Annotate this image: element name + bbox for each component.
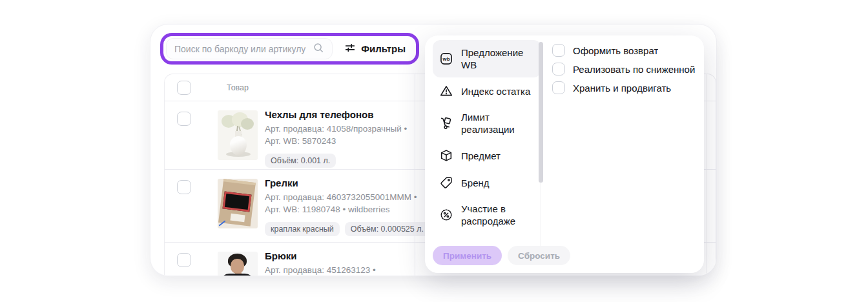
- menu-item-subject[interactable]: Предмет: [433, 142, 541, 169]
- menu-item-label: Предмет: [461, 150, 501, 162]
- sliders-icon: [344, 42, 356, 55]
- menu-item-brand[interactable]: Бренд: [433, 169, 541, 196]
- option-process-return[interactable]: Оформить возврат: [552, 44, 698, 57]
- filters-button-label: Фильтры: [361, 43, 406, 54]
- percent-badge-icon: [439, 208, 453, 222]
- menu-item-label: Индекс остатка: [461, 85, 530, 97]
- search-filters-highlight: Поиск по баркоду или артикулу Фильтры: [160, 33, 419, 65]
- filters-menu: wb Предложение WB Индекс остатка Лимит р…: [433, 40, 541, 234]
- menu-item-sale-limit[interactable]: Лимит реализации: [433, 105, 541, 142]
- menu-item-stock-index[interactable]: Индекс остатка: [433, 77, 541, 105]
- price-tag-icon: [439, 176, 453, 190]
- hand-truck-icon: [439, 116, 453, 130]
- option-checkbox[interactable]: [552, 63, 565, 76]
- filter-options: Оформить возврат Реализовать по сниженно…: [552, 44, 698, 100]
- product-info: Грелки Арт. продавца: 4603732055001МММ •…: [265, 177, 413, 236]
- product-info: Чехлы для телефонов Арт. продавца: 41058…: [265, 109, 413, 168]
- volume-badge: Объём: 0.001 л.: [265, 154, 336, 168]
- menu-item-sale-participation[interactable]: Участие в распродаже: [433, 196, 541, 234]
- option-label: Оформить возврат: [573, 45, 658, 56]
- option-checkbox[interactable]: [552, 81, 565, 94]
- row-checkbox[interactable]: [177, 180, 191, 194]
- option-label: Реализовать по сниженной ...: [573, 64, 698, 75]
- product-title: Брюки: [265, 250, 413, 261]
- option-store-promote[interactable]: Хранить и продвигать: [552, 81, 698, 94]
- option-sell-reduced[interactable]: Реализовать по сниженной ...: [552, 63, 698, 76]
- wb-logo-icon: wb: [439, 52, 453, 66]
- product-photo: [218, 110, 258, 160]
- wb-article: Арт. WB: 5870243: [265, 135, 413, 147]
- product-title: Грелки: [265, 177, 413, 188]
- row-checkbox[interactable]: [177, 253, 191, 267]
- search-placeholder: Поиск по баркоду или артикулу: [174, 44, 305, 54]
- popup-scrollbar[interactable]: [539, 42, 543, 268]
- apply-button[interactable]: Применить: [433, 246, 502, 265]
- menu-item-label: Участие в распродаже: [461, 203, 535, 227]
- wb-article: Арт. WB: 11980748 • wildberries: [265, 203, 413, 216]
- menu-item-label: Бренд: [461, 177, 490, 189]
- product-photo: [218, 252, 258, 276]
- warning-triangle-icon: [439, 84, 453, 98]
- package-box-icon: [439, 148, 453, 163]
- seller-article: Арт. продавца: 451263123 •: [265, 264, 413, 276]
- option-checkbox[interactable]: [552, 44, 565, 57]
- search-input[interactable]: Поиск по баркоду или артикулу: [166, 38, 333, 59]
- menu-item-label: Предложение WB: [461, 46, 535, 71]
- filters-popup: wb Предложение WB Индекс остатка Лимит р…: [425, 35, 704, 273]
- product-title: Чехлы для телефонов: [265, 109, 413, 120]
- scrollbar-thumb[interactable]: [539, 42, 543, 183]
- seller-article: Арт. продавца: 41058/прозрачный •: [265, 123, 413, 135]
- product-info: Брюки Арт. продавца: 451263123 • Арт. WB…: [265, 250, 413, 276]
- menu-item-wb-offer[interactable]: wb Предложение WB: [433, 40, 541, 77]
- row-checkbox[interactable]: [177, 112, 191, 126]
- svg-text:wb: wb: [442, 56, 450, 62]
- color-badge: краплак красный: [265, 222, 340, 236]
- product-photo: [218, 179, 258, 228]
- select-all-checkbox[interactable]: [177, 81, 191, 95]
- menu-item-label: Лимит реализации: [461, 111, 535, 136]
- volume-badge: Объём: 0.000525 л.: [345, 222, 429, 236]
- option-label: Хранить и продвигать: [573, 83, 671, 94]
- screen: Поиск по баркоду или артикулу Фильтры То…: [0, 0, 868, 302]
- seller-article: Арт. продавца: 4603732055001МММ •: [265, 191, 413, 203]
- search-icon: [313, 42, 324, 56]
- popup-actions: Применить Сбросить: [433, 246, 570, 265]
- reset-button[interactable]: Сбросить: [508, 246, 570, 265]
- column-header-product: Товар: [227, 83, 249, 92]
- filters-button[interactable]: Фильтры: [335, 38, 413, 59]
